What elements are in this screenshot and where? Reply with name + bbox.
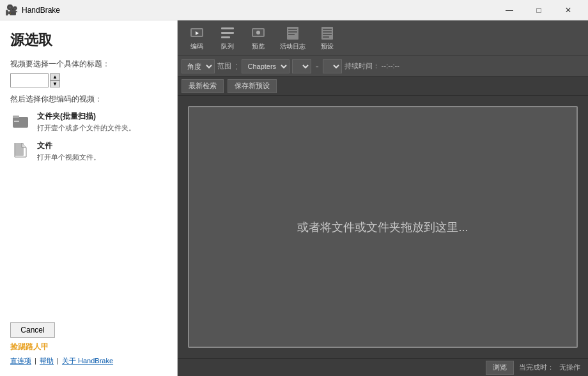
title-bar: 🎥 HandBrake — □ ✕	[0, 0, 588, 20]
separator-2: |	[57, 357, 59, 365]
file-option[interactable]: 文件 打开单个视频文件。	[10, 140, 167, 162]
toolbar-presets[interactable]: 预设	[313, 23, 341, 54]
preview-label: 预览	[252, 42, 265, 51]
controls-bar: 角度 范围 : Chapters - 持续时间： --:--:--	[178, 56, 588, 77]
about-link[interactable]: 关于 HandBrake	[62, 357, 113, 365]
toolbar-queue[interactable]: 队列	[213, 23, 242, 54]
folder-option-desc: 打开壹个或多个文件的文件夹。	[37, 123, 135, 133]
duration-prefix: 持续时间：	[344, 62, 380, 70]
queue-icon	[220, 26, 235, 41]
controls-separator: :	[235, 61, 238, 72]
close-button[interactable]: ✕	[553, 0, 583, 20]
toolbar-activity-log[interactable]: 活动日志	[275, 23, 311, 54]
left-panel-footer: Cancel 捡踢路人甲 直连项 | 帮助 | 关于 HandBrake	[10, 322, 167, 366]
drop-zone-text: 或者将文件或文件夹拖放到这里...	[297, 220, 468, 235]
panel-title: 源选取	[10, 31, 167, 50]
file-option-title: 文件	[37, 140, 100, 151]
minimize-button[interactable]: —	[495, 0, 524, 20]
settings-link[interactable]: 直连项	[10, 357, 31, 365]
cancel-button[interactable]: Cancel	[10, 322, 55, 338]
folder-option[interactable]: 文件夹(批量扫描) 打开壹个或多个文件的文件夹。	[10, 111, 167, 133]
chapter-end-select[interactable]	[323, 59, 342, 73]
app-title: HandBrake	[22, 6, 495, 15]
range-label: 范围	[217, 61, 231, 71]
svg-rect-1	[13, 116, 19, 118]
status-action-value: 无操作	[559, 363, 580, 372]
title-subtitle: 视频要选择一个具体的标题：	[10, 59, 167, 70]
chapter-range-dash: -	[315, 61, 318, 72]
separator-1: |	[35, 357, 36, 365]
title-input-row: ▲ ▼	[10, 73, 167, 87]
activity-log-label: 活动日志	[280, 42, 306, 51]
save-preset-button[interactable]: 保存新预设	[228, 79, 277, 93]
presets-icon	[320, 26, 335, 41]
status-bar: 浏览 当完成时： 无操作	[178, 358, 588, 376]
svg-rect-8	[221, 36, 230, 38]
preview-icon	[251, 26, 266, 41]
presets-label: 预设	[321, 42, 334, 51]
folder-option-title: 文件夹(批量扫描)	[37, 111, 135, 122]
activity-log-icon	[285, 26, 300, 41]
spinner-down[interactable]: ▼	[50, 80, 60, 87]
title-input[interactable]	[10, 73, 49, 87]
folder-icon	[10, 111, 31, 132]
browse-button[interactable]: 浏览	[486, 361, 514, 375]
svg-rect-0	[13, 117, 28, 128]
chapters-select[interactable]: Chapters	[242, 59, 290, 73]
svg-rect-19	[323, 34, 332, 35]
svg-rect-20	[323, 36, 329, 38]
spinner-buttons: ▲ ▼	[50, 73, 60, 87]
drop-zone[interactable]: 或者将文件或文件夹拖放到这里...	[188, 106, 578, 348]
update-button[interactable]: 最新检索	[182, 79, 224, 93]
file-icon	[10, 140, 31, 161]
spinner-up[interactable]: ▲	[50, 73, 60, 80]
svg-rect-14	[288, 31, 297, 33]
watermark: 捡踢路人甲	[10, 342, 49, 352]
svg-rect-13	[288, 29, 297, 30]
main-layout: 源选取 视频要选择一个具体的标题： ▲ ▼ 然后选择你想编码的视频：	[0, 20, 588, 376]
source-options: 文件夹(批量扫描) 打开壹个或多个文件的文件夹。 文件 打开单个视频文件。	[10, 111, 167, 162]
toolbar: 编码 队列	[178, 20, 588, 56]
file-option-text: 文件 打开单个视频文件。	[37, 140, 100, 162]
toolbar-encode[interactable]: 编码	[183, 23, 211, 54]
encode-icon	[189, 26, 205, 41]
toolbar-preview[interactable]: 预览	[244, 23, 272, 54]
help-link[interactable]: 帮助	[40, 357, 54, 365]
svg-rect-17	[323, 29, 332, 30]
source-selection-panel: 源选取 视频要选择一个具体的标题： ▲ ▼ 然后选择你想编码的视频：	[0, 20, 178, 376]
window-controls: — □ ✕	[495, 0, 583, 20]
status-bar-right: 浏览 当完成时： 无操作	[486, 361, 580, 375]
svg-rect-2	[14, 121, 19, 122]
action-bar: 最新检索 保存新预设	[178, 77, 588, 96]
status-when-done-label: 当完成时：	[519, 363, 554, 372]
footer-links: 直连项 | 帮助 | 关于 HandBrake	[10, 356, 113, 366]
svg-rect-6	[221, 27, 234, 29]
svg-rect-15	[288, 34, 295, 35]
svg-point-11	[256, 31, 260, 34]
svg-rect-18	[323, 31, 332, 33]
svg-rect-7	[221, 32, 234, 34]
app-icon: 🎥	[5, 4, 18, 17]
queue-label: 队列	[221, 42, 234, 51]
then-subtitle: 然后选择你想编码的视频：	[10, 94, 167, 105]
encode-label: 编码	[190, 42, 203, 51]
duration-value: --:--:--	[382, 62, 399, 70]
duration-label: 持续时间： --:--:--	[344, 61, 399, 71]
angle-select[interactable]: 角度	[182, 59, 215, 73]
maximize-button[interactable]: □	[524, 0, 553, 20]
chapter-start-select[interactable]	[292, 59, 311, 73]
right-panel: 编码 队列	[178, 20, 588, 376]
folder-option-text: 文件夹(批量扫描) 打开壹个或多个文件的文件夹。	[37, 111, 135, 133]
file-option-desc: 打开单个视频文件。	[37, 153, 100, 162]
